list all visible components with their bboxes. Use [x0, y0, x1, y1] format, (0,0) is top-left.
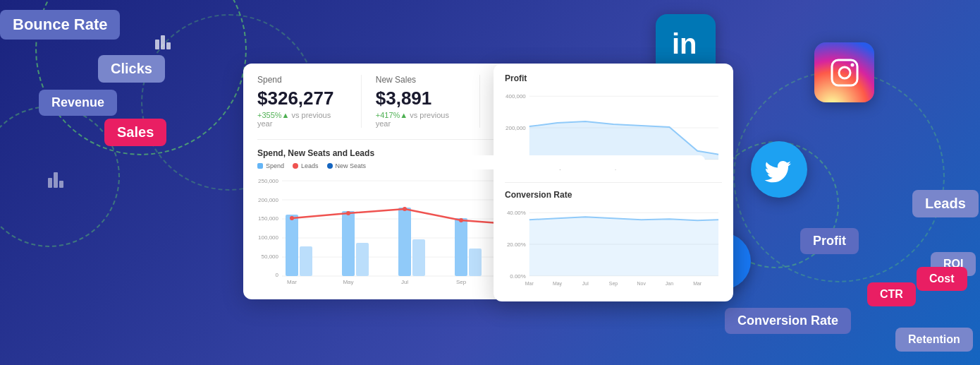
svg-text:Sep: Sep	[609, 281, 618, 287]
svg-text:Jan: Jan	[666, 281, 673, 286]
retention-tag: Retention	[895, 328, 973, 352]
svg-rect-23	[469, 249, 482, 276]
new-sales-metric: New Sales $3,891 +417%▲ vs previous year	[362, 75, 480, 128]
svg-rect-19	[356, 243, 369, 276]
svg-marker-64	[529, 217, 718, 275]
bar-chart-icon	[155, 35, 171, 49]
svg-text:Mar: Mar	[693, 281, 702, 286]
revenue-tag: Revenue	[39, 90, 117, 116]
legend-new-seats: New Seats	[327, 162, 367, 169]
svg-rect-22	[455, 218, 467, 276]
right-line-chart-container	[465, 155, 705, 169]
svg-text:Jul: Jul	[401, 279, 408, 285]
svg-text:Mar: Mar	[525, 281, 534, 286]
svg-text:100,000: 100,000	[258, 234, 278, 241]
svg-rect-16	[286, 215, 298, 276]
conversion-chart-title: Conversion Rate	[505, 190, 722, 200]
spend-metric: Spend $326,277 +355%▲ vs previous year	[257, 75, 362, 128]
legend-spend: Spend	[257, 162, 284, 169]
svg-text:200,000: 200,000	[506, 125, 526, 131]
ctr-tag: CTR	[867, 282, 916, 306]
new-sales-label: New Sales	[376, 75, 465, 85]
svg-text:150,000: 150,000	[258, 215, 278, 222]
svg-text:20.00%: 20.00%	[507, 241, 526, 248]
spend-value: $326,277	[257, 88, 347, 109]
svg-point-31	[346, 211, 350, 215]
conversion-chart-container: Conversion Rate 40.00% 20.00% 0.00% Mar …	[505, 190, 722, 292]
svg-marker-50	[529, 121, 718, 160]
svg-text:0: 0	[276, 272, 279, 278]
svg-text:Jul: Jul	[582, 281, 589, 286]
svg-rect-18	[342, 211, 355, 276]
svg-point-32	[403, 207, 407, 211]
conversion-rate-tag: Conversion Rate	[725, 308, 851, 334]
new-sales-value: $3,891	[376, 88, 465, 109]
svg-text:40.00%: 40.00%	[507, 210, 526, 216]
instagram-icon[interactable]	[814, 42, 874, 102]
svg-text:0.00%: 0.00%	[510, 273, 526, 280]
svg-text:May: May	[553, 281, 563, 287]
spend-label: Spend	[257, 75, 347, 85]
bounce-rate-tag: Bounce Rate	[0, 10, 120, 40]
cost-tag: Cost	[917, 267, 967, 291]
svg-text:50,000: 50,000	[262, 253, 279, 260]
svg-rect-21	[412, 239, 425, 276]
svg-text:in: in	[672, 28, 697, 59]
bar-chart-icon-2	[48, 172, 63, 188]
svg-text:400,000: 400,000	[506, 93, 526, 100]
leads-right-tag: Leads	[912, 190, 979, 217]
svg-text:Mar: Mar	[287, 279, 297, 285]
svg-text:May: May	[343, 279, 353, 285]
svg-text:250,000: 250,000	[258, 178, 278, 184]
legend-leads: Leads	[293, 162, 319, 169]
clicks-tag: Clicks	[98, 55, 165, 83]
svg-text:Sep: Sep	[456, 279, 467, 285]
svg-rect-17	[300, 246, 312, 276]
right-charts-card: Profit 400,000 200,000 0 Mar May Jul Sep…	[494, 64, 733, 301]
svg-rect-20	[398, 208, 411, 276]
spend-change: +355%▲ vs previous year	[257, 111, 347, 128]
svg-point-30	[290, 216, 294, 220]
twitter-icon-container[interactable]	[751, 141, 807, 198]
profit-right-tag: Profit	[800, 228, 859, 254]
svg-point-3	[850, 63, 854, 66]
sales-tag: Sales	[104, 119, 166, 146]
svg-text:200,000: 200,000	[258, 197, 278, 203]
conversion-chart-svg: 40.00% 20.00% 0.00% Mar May Jul Sep Nov …	[505, 204, 722, 289]
new-sales-change: +417%▲ vs previous year	[376, 111, 465, 128]
svg-text:Nov: Nov	[637, 281, 647, 286]
profit-chart-title: Profit	[505, 73, 722, 83]
svg-point-2	[839, 67, 850, 78]
svg-point-33	[459, 218, 463, 222]
